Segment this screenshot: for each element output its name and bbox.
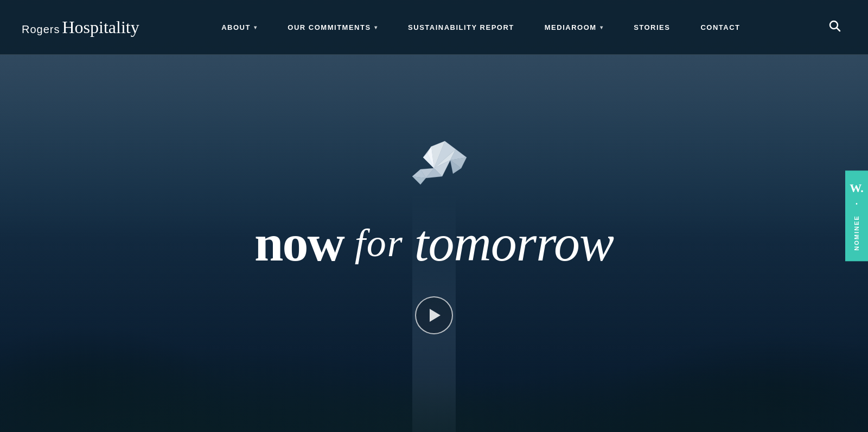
nav-item-commitments[interactable]: OUR COMMITMENTS ▾ <box>272 23 393 31</box>
nav-item-mediaroom[interactable]: MEDIAROOM ▾ <box>529 23 618 31</box>
hero-for-text: for <box>355 221 404 266</box>
hero-tomorrow-text: tomorrow <box>414 217 614 269</box>
nav-item-sustainability[interactable]: SUSTAINABILITY REPORT <box>393 23 529 31</box>
chevron-down-icon: ▾ <box>600 24 604 30</box>
nav-item-about[interactable]: ABOUT ▾ <box>206 23 272 31</box>
nav-link-sustainability[interactable]: SUSTAINABILITY REPORT <box>393 23 529 31</box>
nav-item-stories[interactable]: STORIES <box>618 23 685 31</box>
nav-link-stories[interactable]: STORIES <box>618 23 685 31</box>
nav-links: ABOUT ▾ OUR COMMITMENTS ▾ SUSTAINABILITY… <box>206 23 755 31</box>
play-icon <box>430 309 441 322</box>
logo-rogers: Rogers <box>22 23 60 36</box>
hero-headline: now for tomorrow <box>254 217 614 269</box>
nav-link-contact[interactable]: CONTACT <box>685 23 755 31</box>
svg-line-1 <box>837 28 840 31</box>
chevron-down-icon: ▾ <box>254 24 258 30</box>
nav-link-about[interactable]: ABOUT ▾ <box>206 23 272 31</box>
logo-hospitality: Hospitality <box>62 17 139 37</box>
search-icon[interactable] <box>822 19 846 35</box>
play-button[interactable] <box>415 296 453 334</box>
chevron-down-icon: ▾ <box>374 24 378 30</box>
side-badge-dot: • <box>856 201 858 207</box>
side-badge-nominee: Nominee <box>853 215 860 250</box>
hero-section: now for tomorrow W. • Nominee <box>0 0 868 432</box>
logo[interactable]: Rogers Hospitality <box>22 17 139 37</box>
hero-content: now for tomorrow <box>0 0 868 432</box>
hero-now-text: now <box>254 217 344 269</box>
side-badge[interactable]: W. • Nominee <box>845 170 868 261</box>
navbar: Rogers Hospitality ABOUT ▾ OUR COMMITMEN… <box>0 0 868 55</box>
nav-link-mediaroom[interactable]: MEDIAROOM ▾ <box>529 23 618 31</box>
nav-link-commitments[interactable]: OUR COMMITMENTS ▾ <box>272 23 393 31</box>
origami-bird-icon <box>391 130 477 206</box>
side-badge-letter: W. <box>850 181 863 195</box>
nav-item-contact[interactable]: CONTACT <box>685 23 755 31</box>
